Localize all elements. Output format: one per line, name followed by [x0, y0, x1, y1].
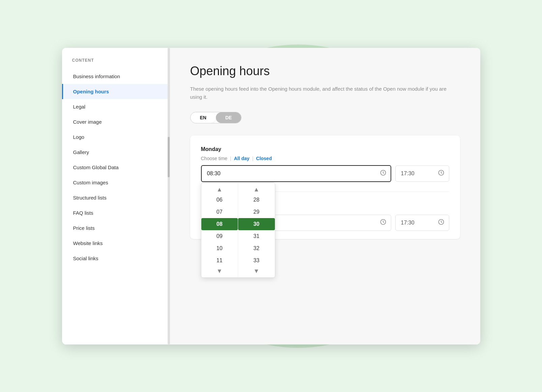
- choose-time-label[interactable]: Choose time: [201, 156, 228, 161]
- sidebar-item-label: Opening hours: [73, 89, 109, 94]
- sidebar-item-label: Custom images: [73, 180, 108, 185]
- sidebar-item-label: Gallery: [73, 149, 89, 155]
- hours-down-arrow[interactable]: ▼: [217, 267, 223, 275]
- minute-30[interactable]: 30: [238, 218, 275, 230]
- sidebar-item-custom-global-data[interactable]: Custom Global Data: [62, 160, 170, 175]
- sidebar-item-faq-lists[interactable]: FAQ lists: [62, 205, 170, 220]
- sidebar-scrollbar[interactable]: [168, 48, 170, 344]
- separator-1: |: [230, 156, 231, 161]
- sidebar-item-label: Website links: [73, 240, 103, 246]
- hour-08[interactable]: 08: [201, 218, 238, 230]
- monday-end-time-wrap: [395, 165, 449, 182]
- minute-32[interactable]: 32: [238, 242, 275, 254]
- monday-section: Monday Choose time | All day | Closed: [201, 146, 449, 192]
- sidebar-item-structured-lists[interactable]: Structured lists: [62, 190, 170, 205]
- page-title: Opening hours: [190, 64, 460, 78]
- sidebar-item-label: Logo: [73, 134, 84, 140]
- sidebar-scrollbar-thumb[interactable]: [168, 137, 170, 177]
- minute-29[interactable]: 29: [238, 206, 275, 218]
- time-picker-dropdown: ▲ 06 07 08 09 10 11 ▼ ▲: [201, 183, 275, 278]
- language-toggle: EN DE: [190, 112, 242, 123]
- minute-31[interactable]: 31: [238, 230, 275, 242]
- sidebar-item-label: Cover image: [73, 119, 102, 125]
- sidebar-item-website-links[interactable]: Website links: [62, 236, 170, 251]
- monday-time-row: ▲ 06 07 08 09 10 11 ▼ ▲: [201, 165, 449, 182]
- sidebar-item-label: Social links: [73, 255, 98, 261]
- clock-icon-end: [438, 169, 445, 178]
- separator-2: |: [252, 156, 254, 161]
- sidebar-item-label: Custom Global Data: [73, 164, 119, 170]
- lang-de-button[interactable]: DE: [216, 112, 241, 123]
- sidebar-item-label: Legal: [73, 104, 86, 110]
- sidebar-item-opening-hours[interactable]: Opening hours: [62, 84, 170, 99]
- sidebar-item-label: Structured lists: [73, 195, 107, 201]
- clock-icon-start: [380, 169, 387, 178]
- minute-33[interactable]: 33: [238, 254, 275, 267]
- opening-hours-card: Monday Choose time | All day | Closed: [190, 135, 460, 239]
- sidebar-item-business-information[interactable]: Business information: [62, 69, 170, 84]
- hour-09[interactable]: 09: [201, 230, 238, 242]
- hour-06[interactable]: 06: [201, 194, 238, 206]
- lang-en-button[interactable]: EN: [191, 112, 216, 123]
- hour-10[interactable]: 10: [201, 242, 238, 254]
- hour-07[interactable]: 07: [201, 206, 238, 218]
- hours-column: ▲ 06 07 08 09 10 11 ▼: [201, 183, 238, 277]
- hours-up-arrow[interactable]: ▲: [217, 185, 223, 194]
- sidebar-item-cover-image[interactable]: Cover image: [62, 114, 170, 129]
- tuesday-end-time-wrap: [395, 215, 449, 231]
- monday-time-options: Choose time | All day | Closed: [201, 156, 449, 161]
- sidebar-item-gallery[interactable]: Gallery: [62, 145, 170, 160]
- sidebar-section-label: CONTENT: [62, 58, 170, 69]
- sidebar-item-label: Price lists: [73, 225, 95, 231]
- main-content: Opening hours These opening hours feed i…: [170, 48, 480, 344]
- all-day-link[interactable]: All day: [234, 156, 250, 161]
- sidebar: CONTENT Business information Opening hou…: [62, 48, 170, 344]
- monday-start-time-input[interactable]: [201, 165, 391, 182]
- closed-link[interactable]: Closed: [256, 156, 272, 161]
- sidebar-item-custom-images[interactable]: Custom images: [62, 175, 170, 190]
- sidebar-item-label: Business information: [73, 73, 120, 79]
- sidebar-item-social-links[interactable]: Social links: [62, 251, 170, 266]
- minutes-column: ▲ 28 29 30 31 32 33 ▼: [238, 183, 275, 277]
- sidebar-item-legal[interactable]: Legal: [62, 99, 170, 114]
- monday-label: Monday: [201, 146, 449, 152]
- clock-icon-tuesday-end: [438, 218, 445, 227]
- page-description: These opening hours feed into the Openin…: [190, 85, 460, 101]
- minutes-up-arrow[interactable]: ▲: [253, 185, 259, 194]
- minute-28[interactable]: 28: [238, 194, 275, 206]
- minutes-down-arrow[interactable]: ▼: [253, 267, 259, 275]
- app-window: CONTENT Business information Opening hou…: [62, 48, 480, 344]
- hour-11[interactable]: 11: [201, 254, 238, 267]
- clock-icon-tuesday-start: [380, 218, 387, 227]
- sidebar-item-logo[interactable]: Logo: [62, 129, 170, 145]
- sidebar-item-label: FAQ lists: [73, 210, 93, 216]
- monday-start-time-wrap: ▲ 06 07 08 09 10 11 ▼ ▲: [201, 165, 391, 182]
- sidebar-item-price-lists[interactable]: Price lists: [62, 220, 170, 236]
